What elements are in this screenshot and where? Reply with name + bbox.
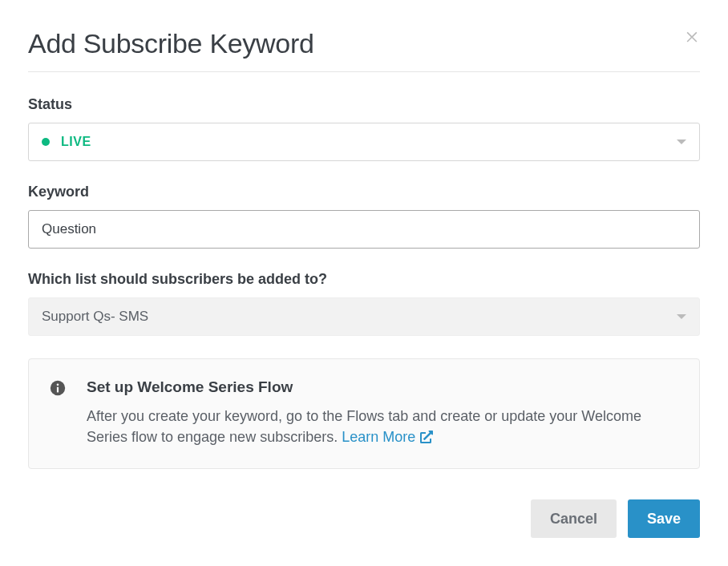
modal-title: Add Subscribe Keyword [28, 28, 314, 59]
close-icon [684, 28, 700, 44]
close-button[interactable] [684, 28, 700, 44]
status-select[interactable]: LIVE [28, 123, 700, 161]
keyword-label: Keyword [28, 184, 700, 200]
list-field-group: Which list should subscribers be added t… [28, 271, 700, 336]
modal-footer: Cancel Save [28, 499, 700, 538]
info-description: After you create your keyword, go to the… [87, 406, 678, 447]
list-select-value: Support Qs- SMS [42, 309, 148, 325]
learn-more-text: Learn More [342, 427, 415, 447]
chevron-down-icon [677, 139, 686, 144]
svg-rect-1 [57, 387, 59, 393]
save-button[interactable]: Save [628, 499, 700, 538]
keyword-field-group: Keyword [28, 184, 700, 249]
info-content: Set up Welcome Series Flow After you cre… [87, 378, 678, 447]
learn-more-link[interactable]: Learn More [342, 427, 433, 447]
cancel-button[interactable]: Cancel [531, 499, 617, 538]
status-label: Status [28, 96, 700, 113]
info-title: Set up Welcome Series Flow [87, 378, 678, 396]
info-panel: Set up Welcome Series Flow After you cre… [28, 358, 700, 469]
list-label: Which list should subscribers be added t… [28, 271, 700, 288]
chevron-down-icon [677, 314, 686, 319]
external-link-icon [420, 431, 433, 443]
status-dot-icon [42, 138, 50, 146]
info-icon [50, 380, 66, 399]
modal-header: Add Subscribe Keyword [28, 28, 700, 72]
status-field-group: Status LIVE [28, 96, 700, 161]
svg-point-2 [57, 384, 59, 386]
status-select-value: LIVE [42, 135, 91, 149]
keyword-input[interactable] [28, 210, 700, 249]
list-select[interactable]: Support Qs- SMS [28, 297, 700, 336]
status-text: LIVE [61, 135, 91, 149]
